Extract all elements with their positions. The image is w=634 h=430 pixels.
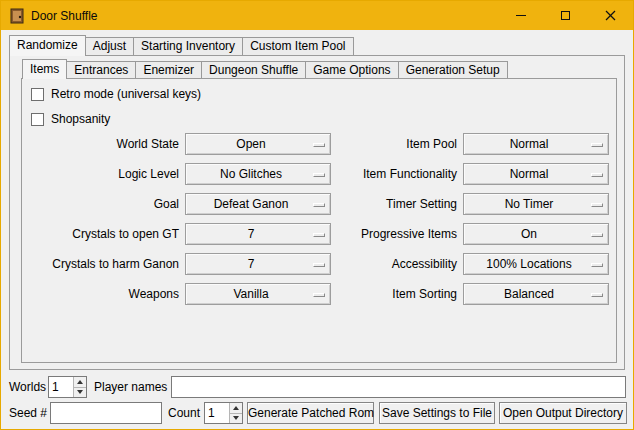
worlds-spinbox[interactable] [48,376,87,398]
menu-indicator-icon [313,233,325,237]
window-content: Randomize Adjust Starting Inventory Cust… [1,30,633,429]
maximize-icon [561,11,570,20]
accessibility-label: Accessibility [337,253,457,275]
menu-indicator-icon [591,293,603,297]
generate-patched-rom-button[interactable]: Generate Patched Rom [247,402,374,424]
spin-down-icon [233,416,239,420]
count-spin-arrows [229,403,242,423]
count-spin-up[interactable] [229,403,242,414]
menu-indicator-icon [591,173,603,177]
tab-dungeon-shuffle[interactable]: Dungeon Shuffle [201,61,306,78]
shopsanity-checkbox[interactable] [31,113,44,126]
timer-setting-dropdown[interactable]: No Timer [463,193,609,215]
count-label: Count [168,402,200,424]
window-title: Door Shuffle [31,9,98,23]
tab-generation-setup[interactable]: Generation Setup [398,61,508,78]
tab-randomize[interactable]: Randomize [9,35,86,56]
accessibility-dropdown[interactable]: 100% Locations [463,253,609,275]
app-icon [9,8,25,24]
goal-label: Goal [21,193,179,215]
count-spinbox[interactable] [204,402,243,424]
crystals-gt-value: 7 [248,227,269,241]
item-pool-value: Normal [510,137,563,151]
tab-starting-inventory[interactable]: Starting Inventory [133,37,243,55]
logic-level-value: No Glitches [220,167,296,181]
tab-adjust[interactable]: Adjust [85,37,134,55]
timer-setting-value: No Timer [505,197,568,211]
worlds-input[interactable] [49,377,73,397]
menu-indicator-icon [591,233,603,237]
item-sorting-dropdown[interactable]: Balanced [463,283,609,305]
item-functionality-value: Normal [510,167,563,181]
minimize-button[interactable] [498,1,543,30]
weapons-value: Vanilla [233,287,282,301]
goal-dropdown[interactable]: Defeat Ganon [185,193,331,215]
count-spin-down[interactable] [229,414,242,424]
logic-level-dropdown[interactable]: No Glitches [185,163,331,185]
weapons-label: Weapons [21,283,179,305]
crystals-gt-dropdown[interactable]: 7 [185,223,331,245]
world-state-label: World State [21,133,179,155]
outer-tab-bar: Randomize Adjust Starting Inventory Cust… [9,35,353,55]
item-sorting-value: Balanced [504,287,568,301]
titlebar: Door Shuffle [1,1,633,30]
save-settings-button[interactable]: Save Settings to File [379,402,495,424]
logic-level-label: Logic Level [21,163,179,185]
tab-items[interactable]: Items [22,59,67,79]
item-pool-label: Item Pool [337,133,457,155]
world-state-value: Open [236,137,279,151]
checkbox-row-retro-mode[interactable]: Retro mode (universal keys) [31,86,201,102]
minimize-icon [516,15,526,16]
worlds-spin-down[interactable] [73,388,86,398]
close-icon [605,10,616,21]
open-output-directory-button[interactable]: Open Output Directory [499,402,627,424]
tab-custom-item-pool[interactable]: Custom Item Pool [242,37,353,55]
item-pool-dropdown[interactable]: Normal [463,133,609,155]
checkbox-row-shopsanity[interactable]: Shopsanity [31,111,110,127]
menu-indicator-icon [313,143,325,147]
tab-entrances[interactable]: Entrances [66,61,136,78]
maximize-button[interactable] [543,1,588,30]
shopsanity-label: Shopsanity [51,112,110,126]
worlds-spin-arrows [73,377,86,397]
close-button[interactable] [588,1,633,30]
spin-down-icon [77,390,83,394]
retro-mode-checkbox[interactable] [31,88,44,101]
seed-input[interactable] [50,402,162,424]
seed-label: Seed # [9,402,47,424]
menu-indicator-icon [591,263,603,267]
player-names-input[interactable] [171,376,626,398]
crystals-ganon-value: 7 [248,257,269,271]
tab-enemizer[interactable]: Enemizer [135,61,202,78]
spin-up-icon [233,406,239,410]
tab-game-options[interactable]: Game Options [305,61,398,78]
crystals-ganon-label: Crystals to harm Ganon [21,253,179,275]
menu-indicator-icon [591,203,603,207]
inner-tab-bar: Items Entrances Enemizer Dungeon Shuffle… [22,59,507,78]
goal-value: Defeat Ganon [214,197,303,211]
progressive-items-value: On [521,227,551,241]
progressive-items-dropdown[interactable]: On [463,223,609,245]
crystals-gt-label: Crystals to open GT [21,223,179,245]
player-names-label: Player names [94,376,167,398]
count-input[interactable] [205,403,229,423]
item-functionality-label: Item Functionality [337,163,457,185]
worlds-label: Worlds [9,376,46,398]
accessibility-value: 100% Locations [486,257,585,271]
weapons-dropdown[interactable]: Vanilla [185,283,331,305]
menu-indicator-icon [313,173,325,177]
item-sorting-label: Item Sorting [337,283,457,305]
window-controls [498,1,633,30]
menu-indicator-icon [313,293,325,297]
menu-indicator-icon [591,143,603,147]
crystals-ganon-dropdown[interactable]: 7 [185,253,331,275]
progressive-items-label: Progressive Items [337,223,457,245]
app-window: Door Shuffle Randomize Adjust Starting I… [0,0,634,430]
menu-indicator-icon [313,263,325,267]
worlds-spin-up[interactable] [73,377,86,388]
world-state-dropdown[interactable]: Open [185,133,331,155]
item-functionality-dropdown[interactable]: Normal [463,163,609,185]
items-pane [21,78,617,363]
spin-up-icon [77,380,83,384]
retro-mode-label: Retro mode (universal keys) [51,87,201,101]
